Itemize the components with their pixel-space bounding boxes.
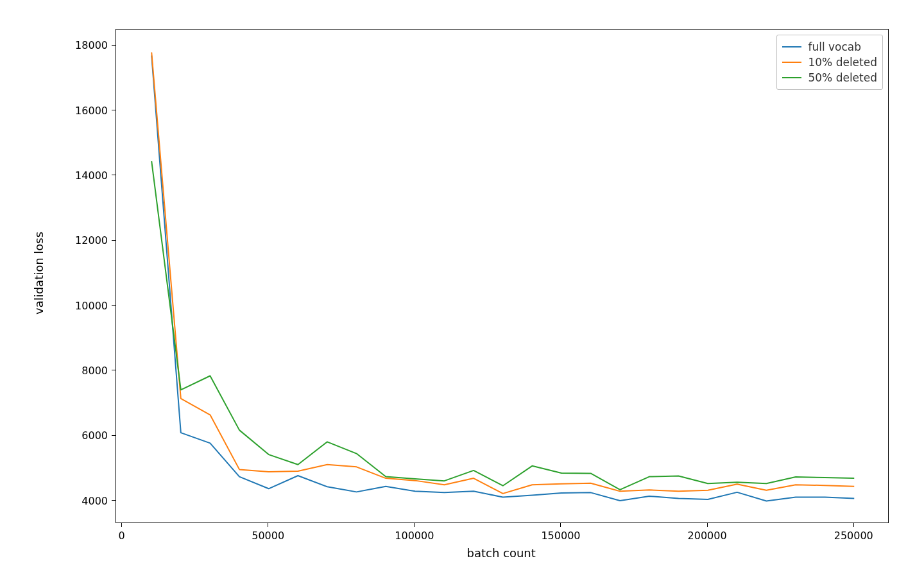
y-tick-label: 12000 [72,234,108,246]
legend-label: 50% deleted [808,71,877,84]
x-tick-mark [414,523,415,527]
y-tick-label: 10000 [72,299,108,311]
x-tick-mark [121,523,122,527]
y-tick-mark [112,175,116,175]
x-tick-label: 100000 [395,530,434,542]
figure: full vocab10% deleted50% deleted validat… [0,0,924,579]
legend-entry: full vocab [782,39,877,55]
legend-label: 10% deleted [808,56,877,69]
y-tick-label: 14000 [72,169,108,181]
y-tick-mark [112,305,116,306]
y-tick-label: 16000 [72,104,108,116]
x-tick-mark [268,523,268,527]
y-tick-mark [112,500,116,501]
legend-swatch [782,46,801,48]
y-axis-label: validation loss [32,232,46,315]
x-tick-label: 50000 [252,530,284,542]
y-tick-mark [112,240,116,241]
plot-area: full vocab10% deleted50% deleted [116,29,889,523]
line-chart-svg [116,30,889,524]
series-line [151,52,854,493]
legend-label: full vocab [808,40,861,53]
legend-entry: 10% deleted [782,55,877,70]
x-tick-label: 250000 [834,530,873,542]
x-axis-label: batch count [467,546,536,560]
series-line [151,56,854,501]
y-tick-mark [112,370,116,370]
x-tick-label: 200000 [688,530,727,542]
y-tick-label: 4000 [72,494,108,506]
y-tick-label: 18000 [72,39,108,51]
x-tick-label: 0 [118,530,124,542]
x-tick-mark [707,523,708,527]
y-tick-label: 8000 [72,364,108,376]
legend-entry: 50% deleted [782,70,877,85]
legend-swatch [782,62,801,63]
y-tick-mark [112,435,116,436]
y-tick-mark [112,45,116,46]
x-tick-mark [560,523,561,527]
legend-swatch [782,77,801,78]
y-tick-mark [112,110,116,110]
x-tick-mark [853,523,854,527]
legend: full vocab10% deleted50% deleted [776,35,883,90]
y-tick-label: 6000 [72,429,108,442]
series-line [151,161,854,490]
x-tick-label: 150000 [541,530,580,542]
